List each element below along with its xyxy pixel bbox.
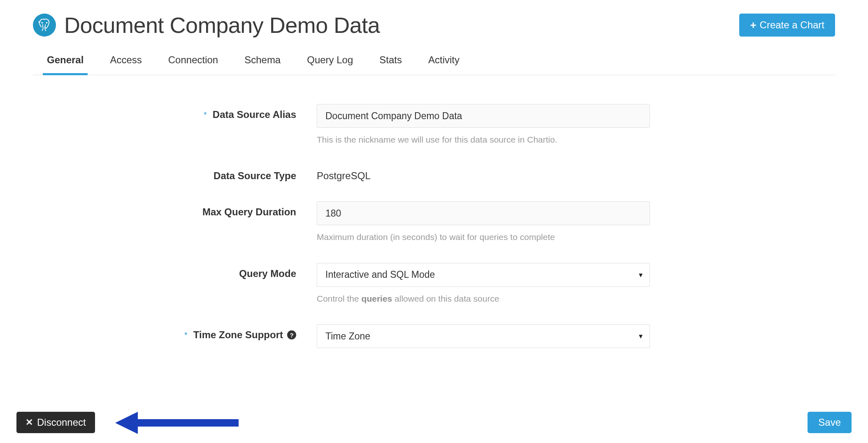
tab-connection[interactable]: Connection bbox=[167, 54, 220, 75]
query-mode-value: Interactive and SQL Mode bbox=[325, 269, 435, 280]
input-col: This is the nickname we will use for thi… bbox=[317, 104, 650, 145]
help-icon[interactable]: ? bbox=[287, 330, 296, 339]
svg-point-0 bbox=[42, 22, 42, 23]
query-mode-select[interactable]: Interactive and SQL Mode bbox=[317, 263, 650, 287]
tab-schema[interactable]: Schema bbox=[243, 54, 282, 75]
max-query-duration-label: Max Query Duration bbox=[202, 206, 296, 218]
max-query-duration-input[interactable] bbox=[317, 201, 650, 225]
disconnect-button[interactable]: ✕ Disconnect bbox=[16, 412, 95, 433]
timezone-label-wrap: * Time Zone Support ? bbox=[184, 329, 296, 341]
required-star-icon: * bbox=[204, 110, 207, 120]
label-col: Data Source Type bbox=[33, 165, 317, 182]
query-mode-label: Query Mode bbox=[239, 268, 296, 279]
label-col: Query Mode bbox=[33, 263, 317, 279]
alias-input[interactable] bbox=[317, 104, 650, 128]
label-col: Max Query Duration bbox=[33, 201, 317, 218]
alias-label: Data Source Alias bbox=[213, 109, 296, 120]
close-icon: ✕ bbox=[26, 417, 33, 428]
tabs: General Access Connection Schema Query L… bbox=[33, 54, 835, 75]
plus-icon: + bbox=[750, 20, 756, 30]
svg-point-1 bbox=[46, 22, 47, 23]
query-mode-select-wrap[interactable]: Interactive and SQL Mode ▾ bbox=[317, 263, 650, 287]
row-query-mode: Query Mode Interactive and SQL Mode ▾ Co… bbox=[33, 263, 835, 305]
tab-stats[interactable]: Stats bbox=[378, 54, 404, 75]
disconnect-label: Disconnect bbox=[37, 417, 86, 428]
timezone-label: Time Zone Support bbox=[193, 329, 283, 341]
input-col: Maximum duration (in seconds) to wait fo… bbox=[317, 201, 650, 243]
input-col: PostgreSQL bbox=[317, 165, 650, 182]
page-title: Document Company Demo Data bbox=[64, 12, 380, 38]
title-wrap: Document Company Demo Data bbox=[33, 12, 380, 38]
tab-activity[interactable]: Activity bbox=[427, 54, 461, 75]
query-mode-help-bold: queries bbox=[362, 294, 392, 303]
row-timezone: * Time Zone Support ? Time Zone ▾ bbox=[33, 324, 835, 348]
label-col: * Time Zone Support ? bbox=[33, 324, 317, 341]
tab-access[interactable]: Access bbox=[108, 54, 143, 75]
required-star-icon: * bbox=[184, 330, 188, 340]
postgres-icon bbox=[33, 14, 56, 37]
tab-general[interactable]: General bbox=[45, 54, 85, 75]
input-col: Time Zone ▾ bbox=[317, 324, 650, 348]
query-mode-help-pre: Control the bbox=[317, 294, 362, 303]
label-col: * Data Source Alias bbox=[33, 104, 317, 120]
query-mode-help: Control the queries allowed on this data… bbox=[317, 293, 650, 305]
query-mode-help-post: allowed on this data source bbox=[392, 294, 499, 303]
type-value: PostgreSQL bbox=[317, 165, 650, 182]
row-alias: * Data Source Alias This is the nickname… bbox=[33, 104, 835, 145]
create-chart-label: Create a Chart bbox=[760, 19, 824, 31]
form-area: * Data Source Alias This is the nickname… bbox=[33, 104, 835, 348]
save-button[interactable]: Save bbox=[808, 412, 852, 433]
alias-label-wrap: * Data Source Alias bbox=[204, 109, 296, 120]
type-label: Data Source Type bbox=[214, 170, 296, 182]
input-col: Interactive and SQL Mode ▾ Control the q… bbox=[317, 263, 650, 305]
create-chart-button[interactable]: + Create a Chart bbox=[739, 14, 835, 37]
timezone-value: Time Zone bbox=[325, 331, 370, 342]
alias-help: This is the nickname we will use for thi… bbox=[317, 134, 650, 145]
row-type: Data Source Type PostgreSQL bbox=[33, 165, 835, 182]
timezone-select[interactable]: Time Zone bbox=[317, 324, 650, 348]
tab-query-log[interactable]: Query Log bbox=[305, 54, 355, 75]
header: Document Company Demo Data + Create a Ch… bbox=[33, 12, 835, 38]
max-query-duration-help: Maximum duration (in seconds) to wait fo… bbox=[317, 231, 650, 243]
row-max-query-duration: Max Query Duration Maximum duration (in … bbox=[33, 201, 835, 243]
timezone-select-wrap[interactable]: Time Zone ▾ bbox=[317, 324, 650, 348]
footer: ✕ Disconnect Save bbox=[16, 412, 852, 433]
